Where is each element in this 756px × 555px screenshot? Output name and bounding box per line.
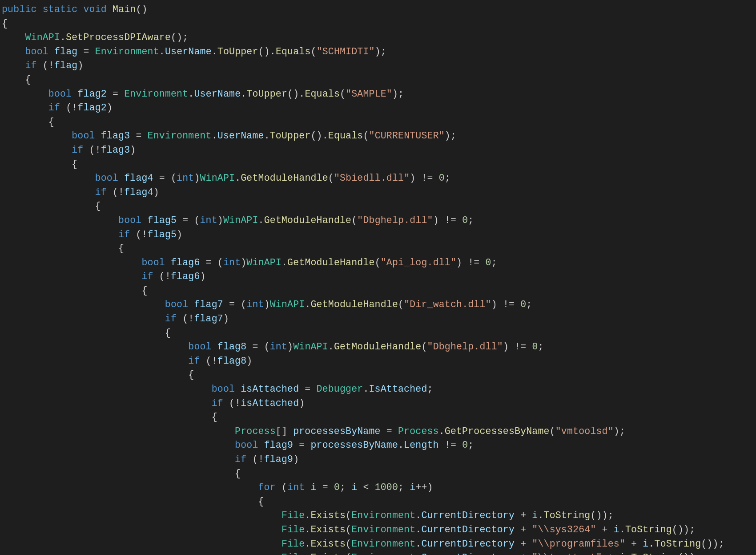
token-pun: ( [328,173,334,183]
token-fn: ToString [625,524,672,535]
token-pun: + [602,552,619,555]
token-pun: ; [427,384,433,394]
token-pun: . [212,130,217,141]
code-line[interactable]: { [2,117,54,127]
token-pun [2,46,25,57]
code-line[interactable]: bool isAttached = Debugger.IsAttached; [2,384,433,394]
token-pun: = [317,482,334,493]
token-pun: . [305,524,310,535]
token-pun: ()); [672,524,695,535]
code-line[interactable]: { [2,369,194,380]
token-pun: (! [153,271,171,282]
token-var: flag [54,46,77,57]
token-var: processesByName [310,440,398,450]
token-pun: . [398,440,404,450]
code-line[interactable]: for (int i = 0; i < 1000; i++) [2,482,433,493]
token-kw: bool [165,299,188,310]
token-fn: ToUpper [270,130,311,141]
token-pun: ) [293,454,299,465]
token-cls: Environment [351,539,415,549]
code-line[interactable]: if (!flag) [2,60,83,71]
token-pun: ( [351,215,357,226]
code-line[interactable]: File.Exists(Environment.CurrentDirectory… [2,552,701,555]
token-str: "Sbiedll.dll" [334,173,410,183]
token-num: 0 [462,440,468,450]
code-line[interactable]: if (!isAttached) [2,398,305,409]
code-line[interactable]: bool flag6 = (int)WinAPI.GetModuleHandle… [2,257,497,268]
token-var: UserName [194,89,241,99]
code-line[interactable]: if (!flag3) [2,145,136,155]
token-pun [305,482,310,493]
token-var: UserName [165,46,212,57]
code-line[interactable]: { [2,468,241,479]
code-line[interactable]: if (!flag9) [2,454,299,465]
token-pun: ); [445,130,456,141]
token-pun: . [305,552,310,555]
token-var: flag3 [101,130,130,141]
token-fn: Equals [276,46,311,57]
code-editor[interactable]: public static void Main() { WinAPI.SetPr… [0,0,756,555]
token-cls: Environment [351,552,415,555]
token-num: 0 [462,215,468,226]
token-fn: Equals [305,89,340,99]
code-line[interactable]: if (!flag7) [2,313,229,324]
token-pun: ) [177,229,182,240]
token-pun: . [328,341,334,352]
code-line[interactable]: if (!flag5) [2,229,182,240]
code-line[interactable]: File.Exists(Environment.CurrentDirectory… [2,524,695,535]
token-fn: Main [113,4,136,15]
token-pun: (! [200,356,217,366]
token-cls: Process [235,426,276,437]
code-line[interactable]: if (!flag2) [2,102,113,113]
code-line[interactable]: { [2,159,77,170]
code-line[interactable]: { [2,243,124,254]
code-line[interactable]: bool flag4 = (int)WinAPI.GetModuleHandle… [2,173,450,183]
token-str: "\\testtest" [532,552,602,555]
code-line[interactable]: WinAPI.SetProcessDPIAware(); [2,32,188,43]
code-line[interactable]: bool flag = Environment.UserName.ToUpper… [2,46,386,57]
code-line[interactable]: bool flag5 = (int)WinAPI.GetModuleHandle… [2,215,474,226]
token-pun: ; [398,482,410,493]
token-pun: ) != [491,299,521,310]
code-line[interactable]: bool flag3 = Environment.UserName.ToUppe… [2,130,456,141]
token-pun [212,341,217,352]
code-line[interactable]: { [2,285,148,296]
token-kw: if [118,229,130,240]
code-line[interactable]: { [2,74,31,85]
token-pun [48,46,54,57]
token-var: isAttached [241,384,299,394]
token-pun: ++) [415,482,433,493]
code-line[interactable]: if (!flag6) [2,271,206,282]
token-pun [77,4,83,15]
code-line[interactable]: bool flag9 = processesByName.Length != 0… [2,440,474,450]
token-pun [188,299,194,310]
token-fn: GetModuleHandle [310,299,398,310]
code-line[interactable]: if (!flag4) [2,187,159,198]
token-pun: { [2,468,241,479]
code-line[interactable]: bool flag7 = (int)WinAPI.GetModuleHandle… [2,299,532,310]
code-line[interactable]: bool flag2 = Environment.UserName.ToUppe… [2,89,404,99]
code-line[interactable]: { [2,412,217,422]
code-line[interactable]: { [2,201,101,211]
code-line[interactable]: public static void Main() [2,4,148,15]
token-pun: . [235,173,241,183]
code-line[interactable]: bool flag8 = (int)WinAPI.GetModuleHandle… [2,341,544,352]
token-pun [2,130,72,141]
token-pun [2,215,118,226]
code-line[interactable]: { [2,496,264,507]
token-kw: if [235,454,246,465]
code-line[interactable]: if (!flag8) [2,356,252,366]
token-pun: ) [241,257,246,268]
code-line[interactable]: File.Exists(Environment.CurrentDirectory… [2,539,724,549]
code-line[interactable]: File.Exists(Environment.CurrentDirectory… [2,510,614,521]
token-str: "SAMPLE" [346,89,392,99]
code-line[interactable]: { [2,328,171,338]
code-line[interactable]: { [2,18,8,29]
token-pun: . [648,539,654,549]
token-fn: GetModuleHandle [264,215,352,226]
token-pun: (! [223,398,241,409]
token-pun: { [2,243,124,254]
code-line[interactable]: Process[] processesByName = Process.GetP… [2,426,625,437]
token-var: flag7 [194,313,223,324]
token-var: flag7 [194,299,223,310]
